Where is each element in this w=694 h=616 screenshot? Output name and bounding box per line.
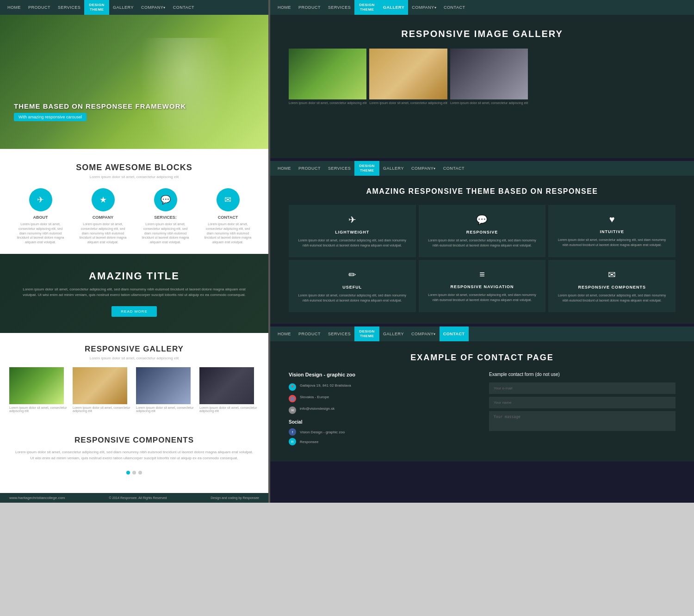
gallery-thumb-3 xyxy=(199,367,254,404)
block-contact-text: Lorem ipsum dolor sit amet, consectetur … xyxy=(203,222,254,245)
gallery-cap-3: Lorem ipsum dolor sit amet, consectetur … xyxy=(199,406,259,413)
rg-nav-product[interactable]: PRODUCT xyxy=(295,0,324,15)
rg-nav-home[interactable]: HOME xyxy=(274,0,295,15)
rf-nav-services[interactable]: SERVICES xyxy=(324,161,354,176)
contact-email-item: ✉ info@visiondesign.sk xyxy=(289,406,475,414)
nav-contact[interactable]: CONTACT xyxy=(169,0,198,15)
dot-1[interactable] xyxy=(126,471,130,474)
right-gallery-section: RESPONSIVE IMAGE GALLERY Lorem ipsum dol… xyxy=(270,15,694,158)
contact-region-item: 🌐 Slovakia - Europe xyxy=(289,394,475,402)
feature-icon-4: ≡ xyxy=(426,269,539,280)
rc-nav-product[interactable]: PRODUCT xyxy=(295,326,324,341)
rf-nav-home[interactable]: HOME xyxy=(274,161,295,176)
contact-company-name: Vision Design - graphic zoo xyxy=(289,372,475,377)
right-column: HOME PRODUCT SERVICES DESIGNTHEME GALLER… xyxy=(270,0,694,503)
blocks-title: SOME AWESOME BLOCKS xyxy=(9,163,259,172)
form-email[interactable] xyxy=(489,382,675,394)
responsee-icon: R xyxy=(289,438,296,445)
rf-nav-design[interactable]: DESIGNTHEME xyxy=(354,161,379,176)
hero-title: THEME BASED ON RESPONSEE FRAMEWORK xyxy=(14,102,186,110)
block-services: 💬 SERVICES: Lorem ipsum dolor sit amet, … xyxy=(140,188,191,245)
dot-3[interactable] xyxy=(138,471,142,474)
right-contact-section: EXAMPLE OF CONTACT PAGE Vision Design - … xyxy=(270,341,694,462)
contact-info: Vision Design - graphic zoo 📍 Gallajova … xyxy=(289,372,475,448)
right-contact-nav: HOME PRODUCT SERVICES DESIGNTHEME GALLER… xyxy=(270,326,694,341)
feature-text-1: Lorem ipsum dolor sit amet, consectetur … xyxy=(426,238,539,248)
rc-nav-services[interactable]: SERVICES xyxy=(324,326,354,341)
contact-address-item: 📍 Gallajova 19, 841 02 Bratislava xyxy=(289,383,475,391)
feature-text-2: Lorem ipsum dolor sit amet, consectetur … xyxy=(555,238,669,247)
left-footer: www.haritagechristiancollege.com © 2014 … xyxy=(0,493,268,503)
components-section: RESPONSIVE COMPONENTS Lorem ipsum dolor … xyxy=(0,422,268,493)
rf-nav-product[interactable]: PRODUCT xyxy=(295,161,324,176)
feature-icon-2: ♥ xyxy=(555,214,669,225)
dot-2[interactable] xyxy=(132,471,136,474)
social-item-resp: R Responsee xyxy=(289,438,475,445)
cta-button[interactable]: READ MORE xyxy=(112,306,156,317)
nav-gallery[interactable]: GALLERY xyxy=(109,0,137,15)
rg-cap-0: Lorem ipsum dolor sit amet, consectetur … xyxy=(289,101,366,105)
right-features-section: AMAZING RESPONSIVE THEME BASED ON RESPON… xyxy=(270,176,694,324)
feature-label-1: RESPONSIVE xyxy=(426,230,539,234)
rc-nav-home[interactable]: HOME xyxy=(274,326,295,341)
form-message[interactable] xyxy=(489,411,675,431)
rg-item-0[interactable]: Lorem ipsum dolor sit amet, consectetur … xyxy=(289,49,366,105)
components-title: RESPONSIVE COMPONENTS xyxy=(14,436,254,445)
feature-label-0: LIGHTWEIGHT xyxy=(296,230,409,234)
gallery-thumb-1 xyxy=(73,367,127,404)
feature-text-5: Lorem ipsum dolor sit amet, consectetur … xyxy=(555,293,669,303)
feature-2: ♥ INTUITIVE Lorem ipsum dolor sit amet, … xyxy=(548,205,675,257)
nav-company[interactable]: COMPANY xyxy=(137,0,169,15)
rg-item-2[interactable]: Lorem ipsum dolor sit amet, consectetur … xyxy=(450,49,528,105)
rg-nav-contact[interactable]: CONTACT xyxy=(440,0,469,15)
rc-nav-design[interactable]: DESIGNTHEME xyxy=(354,326,379,341)
rg-nav-company[interactable]: COMPANY xyxy=(408,0,440,15)
rf-nav-company[interactable]: COMPANY xyxy=(408,161,440,176)
rg-item-1[interactable]: Lorem ipsum dolor sit amet, consectetur … xyxy=(369,49,447,105)
mail-icon: ✉ xyxy=(289,407,296,414)
nav-services[interactable]: SERVICES xyxy=(54,0,84,15)
feature-icon-5: ✉ xyxy=(555,269,669,280)
gallery-thumb-2 xyxy=(136,367,191,404)
rc-nav-company[interactable]: COMPANY xyxy=(408,326,440,341)
right-gallery-nav: HOME PRODUCT SERVICES DESIGNTHEME GALLER… xyxy=(270,0,694,15)
right-contact-title: EXAMPLE OF CONTACT PAGE xyxy=(289,353,675,363)
hero-person-image xyxy=(139,38,231,149)
social-resp-label: Responsee xyxy=(300,440,318,444)
block-company: ★ COMPANY Lorem ipsum dolor sit amet, co… xyxy=(78,188,129,245)
gallery-item-3[interactable]: Lorem ipsum dolor sit amet, consectetur … xyxy=(199,367,259,413)
contact-content: Vision Design - graphic zoo 📍 Gallajova … xyxy=(289,372,675,448)
rg-nav-gallery[interactable]: GALLERY xyxy=(379,0,408,15)
block-contact: ✉ CONTACT Lorem ipsum dolor sit amet, co… xyxy=(203,188,254,245)
gallery-cap-0: Lorem ipsum dolor sit amet, consectetur … xyxy=(9,406,69,413)
hero-section: THEME BASED ON RESPONSEE FRAMEWORK With … xyxy=(0,15,268,149)
contact-email: info@visiondesign.sk xyxy=(300,406,335,411)
rf-nav-contact[interactable]: CONTACT xyxy=(440,161,468,176)
nav-design-theme[interactable]: DESIGNTHEME xyxy=(84,0,109,15)
feature-icon-1: 💬 xyxy=(426,214,539,225)
feature-label-4: RESPONSIVE NAVIGATION xyxy=(426,284,539,289)
gallery-item-0[interactable]: Lorem ipsum dolor sit amet, consectetur … xyxy=(9,367,69,413)
nav-product[interactable]: PRODUCT xyxy=(25,0,54,15)
footer-url: www.haritagechristiancollege.com xyxy=(9,496,65,500)
social-fb-label: Vision Design - graphic zoo xyxy=(300,430,345,434)
nav-home[interactable]: HOME xyxy=(4,0,25,15)
left-column: HOME PRODUCT SERVICES DESIGNTHEME GALLER… xyxy=(0,0,268,503)
form-name[interactable] xyxy=(489,397,675,408)
gallery-thumb-0 xyxy=(9,367,64,404)
gallery-item-2[interactable]: Lorem ipsum dolor sit amet, consectetur … xyxy=(136,367,196,413)
block-company-label: COMPANY xyxy=(78,215,129,220)
rc-nav-contact[interactable]: CONTACT xyxy=(440,326,469,341)
contact-address: Gallajova 19, 841 02 Bratislava xyxy=(300,383,351,388)
dots-indicator xyxy=(14,471,254,474)
facebook-icon: f xyxy=(289,428,296,436)
gallery-cap-1: Lorem ipsum dolor sit amet, consectetur … xyxy=(73,406,132,413)
block-company-icon: ★ xyxy=(92,188,115,211)
rg-nav-design[interactable]: DESIGNTHEME xyxy=(354,0,379,15)
rf-nav-gallery[interactable]: GALLERY xyxy=(379,161,408,176)
rc-nav-gallery[interactable]: GALLERY xyxy=(379,326,408,341)
block-about: ✈ ABOUT Lorem ipsum dolor sit amet, cons… xyxy=(15,188,66,245)
right-gallery-title: RESPONSIVE IMAGE GALLERY xyxy=(289,29,675,39)
rg-nav-services[interactable]: SERVICES xyxy=(324,0,354,15)
gallery-item-1[interactable]: Lorem ipsum dolor sit amet, consectetur … xyxy=(73,367,132,413)
